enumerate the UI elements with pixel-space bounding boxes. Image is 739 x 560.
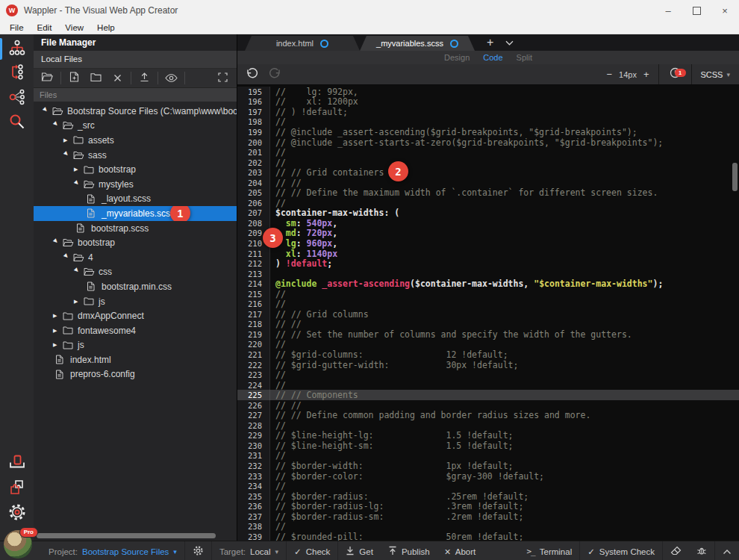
search-tool[interactable] [0, 111, 34, 135]
tree-item-bootstrap[interactable]: ▶bootstrap [34, 162, 237, 177]
abort-button[interactable]: × Abort [437, 541, 484, 560]
tree-item-index.html[interactable]: index.html [34, 352, 237, 367]
tree-item-assets[interactable]: ▶assets [34, 133, 237, 148]
code-line-text: // // Define the maximum width of `.cont… [270, 187, 739, 198]
expanded-arrow-icon[interactable]: ▶ [73, 179, 84, 190]
menu-item-edit[interactable]: Edit [31, 23, 59, 32]
open-folder-button[interactable] [37, 70, 58, 86]
publish-icon [388, 546, 397, 557]
menu-item-help[interactable]: Help [90, 23, 122, 32]
new-tab-button[interactable]: + [487, 35, 493, 50]
code-line-text: // // Set the number of columns and spec… [270, 329, 739, 340]
tab-index.html[interactable]: index.html [245, 36, 360, 51]
minimize-button[interactable]: – [654, 0, 682, 21]
view-mode-split[interactable]: Split [517, 53, 532, 62]
tree-item-mystyles[interactable]: ▶mystyles [34, 177, 237, 192]
check-button[interactable]: ✓ Check [287, 541, 337, 560]
tree-item-bootstrap.min.css[interactable]: bootstrap.min.css [34, 279, 237, 294]
user-avatar[interactable]: Pro [4, 530, 32, 559]
collapsed-arrow-icon[interactable]: ▶ [53, 342, 63, 348]
delete-x-button[interactable] [107, 70, 128, 86]
publish-button[interactable]: Publish [381, 541, 437, 560]
code-line-236: 236// $border-radius-lg: .3rem !default; [237, 501, 739, 511]
line-number: 213 [237, 269, 270, 279]
app-structure-tool[interactable] [0, 37, 34, 61]
tab-list-button[interactable] [505, 40, 514, 46]
menu-item-view[interactable]: View [58, 23, 90, 32]
open-folder-icon [41, 72, 54, 85]
target-selector[interactable]: Target: Local ▾ [212, 541, 286, 560]
lint-warnings-button[interactable]: 1 [659, 67, 691, 81]
expanded-arrow-icon[interactable]: ▶ [42, 106, 53, 117]
expand-button[interactable] [212, 70, 234, 86]
undo-button[interactable] [246, 68, 258, 81]
line-number: 198 [237, 117, 270, 128]
collapsed-arrow-icon[interactable]: ▶ [74, 167, 84, 172]
project-selector[interactable]: Project: Bootstrap Source Files ▾ [41, 541, 184, 560]
tree-item-js[interactable]: ▶js [34, 294, 237, 309]
menu-item-file[interactable]: File [3, 23, 31, 32]
tree-item-sass[interactable]: ▶sass [34, 148, 237, 163]
expanded-arrow-icon[interactable]: ▶ [63, 252, 74, 264]
project-settings-button[interactable] [185, 541, 211, 560]
tree-item-_myvariables.scss[interactable]: _myvariables.scss1 [34, 206, 237, 221]
horizontal-scrollbar-thumb[interactable] [37, 533, 216, 538]
collapse-statusbar-button[interactable] [715, 541, 739, 560]
get-button[interactable]: Get [338, 541, 381, 560]
updates-tool[interactable] [0, 452, 34, 476]
collapsed-arrow-icon[interactable]: ▶ [53, 328, 63, 334]
expanded-arrow-icon[interactable]: ▶ [63, 150, 74, 161]
code-editor[interactable]: 2 3 195// lg: 992px,196// xl: 1200px197/… [237, 85, 739, 541]
expanded-arrow-icon[interactable]: ▶ [73, 267, 84, 278]
collapsed-arrow-icon[interactable]: ▶ [63, 137, 73, 143]
workflows-tool[interactable] [0, 61, 34, 86]
maximize-button[interactable] [682, 0, 711, 21]
expanded-arrow-icon[interactable]: ▶ [52, 121, 63, 132]
tree-item-_layout.scss[interactable]: _layout.scss [34, 192, 237, 207]
new-file-button[interactable] [63, 70, 85, 86]
tree-item-dmxappconnect[interactable]: ▶dmxAppConnect [34, 308, 237, 323]
tree-item-prepros-6.config[interactable]: prepros-6.config [34, 367, 237, 382]
connections-tool[interactable] [0, 86, 34, 111]
vertical-scrollbar-thumb[interactable] [732, 163, 738, 191]
language-selector[interactable]: SCSS ▾ [692, 70, 739, 79]
maximize-icon [693, 7, 701, 15]
expanded-arrow-icon[interactable]: ▶ [52, 237, 63, 249]
tree-item-label: bootstrap.scss [91, 223, 149, 234]
collapsed-arrow-icon[interactable]: ▶ [53, 313, 63, 319]
settings-tool[interactable] [0, 501, 34, 526]
code-line-204: 204// // [237, 178, 739, 188]
tree-item-css[interactable]: ▶css [34, 265, 237, 280]
tab-_myvariables.scss[interactable]: _myvariables.scss [360, 36, 475, 51]
tree-item-bootstrap-source-files-c-wamp-www-bootst[interactable]: ▶Bootstrap Source Files (C:\wamp\www\boo… [34, 104, 237, 119]
code-line-text: // // Define common padding and border r… [270, 410, 739, 420]
system-check-button[interactable]: ✓ System Check [580, 541, 662, 560]
code-line-196: 196// xl: 1200px [237, 97, 739, 108]
upload-button[interactable] [134, 70, 155, 86]
font-size-decrease-button[interactable]: − [606, 69, 612, 80]
debug-button[interactable] [689, 541, 714, 560]
close-button[interactable]: × [711, 0, 739, 21]
font-size-increase-button[interactable]: + [643, 69, 649, 80]
view-mode-code[interactable]: Code [483, 53, 502, 62]
view-mode-design[interactable]: Design [444, 53, 470, 62]
tree-item-4[interactable]: ▶4 [34, 250, 237, 265]
clean-button[interactable] [663, 541, 689, 560]
redo-button[interactable] [269, 68, 281, 81]
line-number: 231 [237, 451, 270, 461]
tree-item-bootstrap[interactable]: ▶bootstrap [34, 235, 237, 250]
code-line-text: // [270, 521, 739, 532]
code-line-238: 238// [237, 522, 739, 532]
code-line-text: // $border-radius-lg: .3rem !default; [270, 501, 739, 511]
eye-button[interactable] [160, 70, 182, 86]
new-folder-button[interactable] [85, 70, 107, 86]
search-icon [7, 112, 27, 134]
tree-item-fontawesome4[interactable]: ▶fontawesome4 [34, 323, 237, 338]
collapsed-arrow-icon[interactable]: ▶ [74, 299, 84, 305]
tree-item-js[interactable]: ▶js [34, 338, 237, 353]
extensions-tool[interactable] [0, 476, 34, 501]
tree-item-_src[interactable]: ▶_src [34, 119, 237, 134]
code-line-220: 220// [237, 340, 739, 350]
terminal-button[interactable]: >_ Terminal [520, 541, 580, 560]
tree-item-bootstrap.scss[interactable]: bootstrap.scss [34, 221, 237, 236]
